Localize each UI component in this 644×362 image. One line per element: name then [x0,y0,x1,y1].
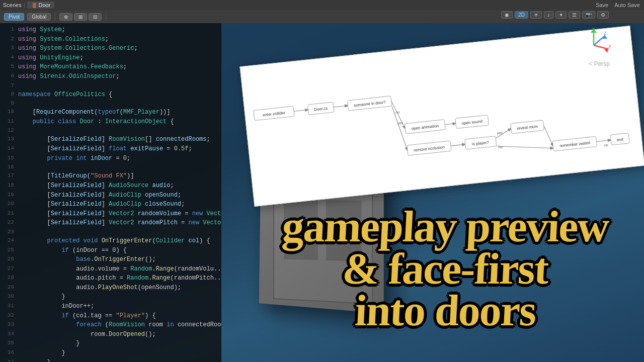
code-line-30: 30 } [4,292,217,302]
door-tab[interactable]: 🚪 Door [27,2,55,9]
code-line-21: 21 [SerializeField] Vector2 randomVolume… [4,209,217,219]
code-line-24: 24 protected void OnTriggerEnter(Collide… [4,236,217,246]
code-line-7: 7 [4,81,217,90]
code-line-29: 29 audio.PlayOneShot(openSound); [4,283,217,293]
svg-text:end: end [616,137,623,142]
code-line-35: 35 } [4,339,217,348]
top-bar: Scenes | 🚪 Door Save Auto Save [0,0,644,10]
code-line-27: 27 audio.volume = Random.Range(randomVol… [4,264,217,274]
svg-line-7 [543,124,553,147]
overlay-text-container: gameplay preview & face-first into doors [257,206,634,332]
code-line-8: 8 namespace OfficePolitics { [4,90,217,100]
tool-separator-2 [106,13,106,21]
code-line-25: 25 if (inDoor == 0) { [4,246,217,255]
light-btn[interactable]: ☀ [530,11,542,19]
code-line-28: 28 audio.pitch = Random.Range(randomPitc… [4,274,217,283]
pivot-button[interactable]: Pivot [4,13,24,21]
code-line-36: 36 } [4,348,217,358]
code-line-33: 33 foreach (RoomVision room in connected… [4,320,217,330]
svg-line-5 [451,144,465,146]
svg-line-2 [391,100,406,130]
svg-line-40 [594,45,607,49]
svg-line-38 [594,37,604,45]
code-line-31: 31 inDoor++; [4,302,217,311]
view-controls: ◉ 2D ☀ ♪ ✦ ☰ 📷 ⚙ [501,11,609,19]
snap-tool[interactable]: ⊟ [89,13,102,21]
code-panel: 1 using System; 2 using System.Collectio… [0,23,221,362]
code-line-18: 18 [SerializeField] AudioSource audio; [4,181,217,191]
grid-tool[interactable]: ⊞ [74,13,87,21]
door-tab-label: Door [39,2,51,8]
code-line-16: 16 [4,163,217,171]
code-line-15: 15 private int inDoor = 0; [4,154,217,163]
overlay-title-line2: & face-first [256,248,635,290]
code-line-26: 26 base.OnTriggerEnter(); [4,255,217,264]
audio-btn[interactable]: ♪ [544,11,553,19]
code-line-32: 32 if (col.tag == "Player") { [4,311,217,321]
svg-text:yes: yes [397,120,403,125]
code-line-20: 20 [SerializeField] AudioClip closeSound… [4,200,217,209]
code-content: 1 using System; 2 using System.Collectio… [0,23,221,362]
code-line-12: 12 [4,126,217,135]
scenes-tab[interactable]: Scenes [3,2,22,8]
svg-line-0 [294,110,308,111]
code-line-10: 10 [RequireComponent(typeof(MMF_Player))… [4,108,217,117]
code-line-9: 9 [4,99,217,108]
code-line-6: 6 using Sirenix.OdinInspector; [4,72,217,81]
code-line-4: 4 using UnityEngine; [4,53,217,63]
code-line-22: 22 [SerializeField] Vector2 randomPitch … [4,218,217,228]
tool-separator-1 [55,13,55,21]
2d-button[interactable]: 2D [515,11,528,19]
save-button[interactable]: Save [596,2,608,8]
svg-text:no: no [498,145,503,150]
save-area: Save Auto Save [543,0,644,10]
global-button[interactable]: Global [27,13,51,21]
code-line-11: 11 public class Door : InteractionObject… [4,117,217,127]
svg-text:no: no [395,110,399,115]
svg-text:Y: Y [592,28,595,32]
svg-line-1 [334,106,348,107]
svg-text:yes: yes [497,130,503,135]
svg-line-9 [497,140,553,154]
scene-tools-bar: Pivot Global ⊕ ⊞ ⊟ ◉ 2D ☀ ♪ ✦ ☰ 📷 ⚙ [0,10,644,23]
door-icon: 🚪 [31,3,37,8]
settings-btn[interactable]: ⚙ [597,11,609,19]
move-tool[interactable]: ⊕ [59,13,72,21]
code-line-14: 14 [SerializeField] float exitPause = 0.… [4,144,217,154]
code-line-13: 13 [SerializeField] RoomVision[] connect… [4,135,217,144]
code-line-23: 23 [4,228,217,236]
overlay-title-line3: into doors [256,290,635,332]
svg-line-3 [445,124,456,125]
code-line-3: 3 using System.Collections.Generic; [4,44,217,53]
svg-text:Z: Z [604,31,607,36]
code-line-1: 1 using System; [4,25,217,35]
persp-label: < Persp [589,60,610,67]
code-line-2: 2 using System.Collections; [4,35,217,44]
sphere-btn[interactable]: ◉ [501,11,513,19]
camera-btn[interactable]: 📷 [582,11,595,19]
overlay-title-line1: gameplay preview [256,206,635,248]
code-line-34: 34 room.DoorOpened(); [4,330,217,339]
svg-text:no: no [604,143,608,148]
auto-save-button[interactable]: Auto Save [614,2,640,8]
fx-btn[interactable]: ✦ [555,11,567,19]
gizmo-axes: X Y Z [576,28,611,63]
code-line-5: 5 using MoreMountains.Feedbacks; [4,62,217,72]
code-line-37: 37 } [4,358,217,362]
scene-layers[interactable]: ☰ [569,11,580,19]
code-line-19: 19 [SerializeField] AudioClip openSound; [4,191,217,200]
svg-text:X: X [608,44,611,49]
code-line-17: 17 [TitleGroup("Sound FX")] [4,171,217,181]
svg-line-8 [596,140,611,141]
